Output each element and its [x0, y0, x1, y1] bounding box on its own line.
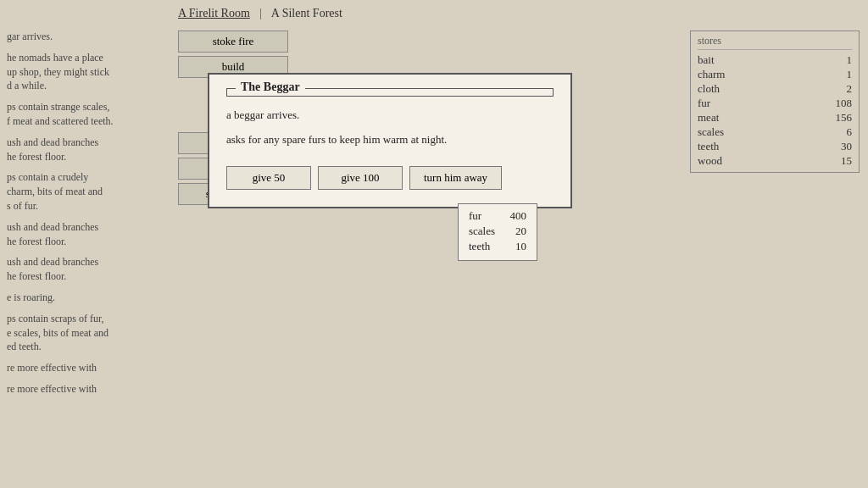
cost-item-name: fur — [469, 209, 481, 223]
give-50-button[interactable]: give 50 — [226, 166, 311, 190]
modal-line-1: a beggar arrives. — [226, 107, 554, 125]
cost-row-scales: scales 20 — [469, 225, 526, 238]
modal-line-2: asks for any spare furs to keep him warm… — [226, 131, 554, 149]
cost-item-value: 400 — [510, 209, 527, 223]
cost-tooltip: fur 400 scales 20 teeth 10 — [458, 203, 537, 261]
modal-body: a beggar arrives. asks for any spare fur… — [226, 107, 554, 149]
give-100-button[interactable]: give 100 — [318, 166, 403, 190]
modal-buttons: give 50 give 100 turn him away — [226, 166, 554, 190]
cost-item-name: teeth — [469, 240, 490, 253]
cost-item-name: scales — [469, 225, 495, 238]
beggar-modal: The Beggar a beggar arrives. asks for an… — [208, 73, 572, 208]
cost-row-fur: fur 400 — [469, 209, 526, 223]
modal-title-bar: The Beggar — [226, 88, 554, 97]
modal-title: The Beggar — [236, 80, 305, 94]
cost-row-teeth: teeth 10 — [469, 240, 526, 253]
turn-away-button[interactable]: turn him away — [409, 166, 502, 190]
cost-item-value: 20 — [515, 225, 526, 238]
cost-item-value: 10 — [515, 240, 526, 253]
